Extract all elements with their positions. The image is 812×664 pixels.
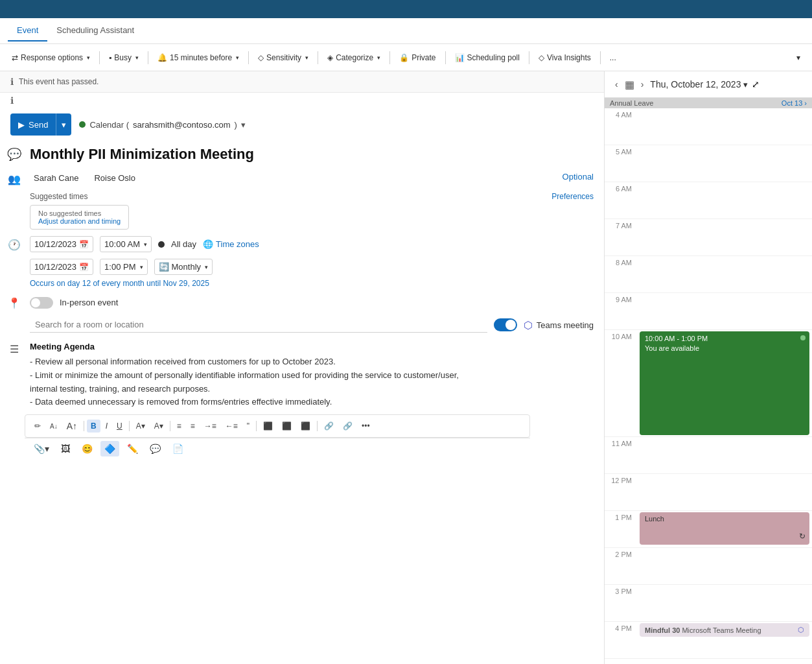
loop-btn[interactable]: 💬 <box>146 441 165 456</box>
annual-leave-date-link[interactable]: Oct 13 › <box>782 99 807 107</box>
time-label-1pm: 1 PM <box>605 511 637 524</box>
divider3 <box>248 51 249 64</box>
insert-emoji-btn[interactable]: 😊 <box>78 441 97 456</box>
cal-prev-btn[interactable]: ‹ <box>612 77 621 92</box>
meeting-title-input[interactable] <box>30 146 594 163</box>
format-clear-btn[interactable]: ✏ <box>30 420 45 433</box>
agenda-line-1: - Review all personal information receiv… <box>30 355 594 369</box>
forms-btn[interactable]: 🔷 <box>100 441 119 456</box>
time-label-4am: 4 AM <box>605 108 637 121</box>
format-font-decrease-btn[interactable]: A↓ <box>46 421 62 432</box>
top-bar <box>0 0 812 18</box>
no-suggested-box: No suggested times Adjust duration and t… <box>30 205 129 230</box>
format-more-btn[interactable]: ••• <box>358 420 374 433</box>
format-bold-btn[interactable]: B <box>87 420 100 433</box>
reminder-button[interactable]: 🔔 15 minutes before ▾ <box>152 51 244 65</box>
divider4 <box>318 51 318 64</box>
calendar-dropdown-icon[interactable]: ▾ <box>241 120 246 130</box>
agenda-text[interactable]: - Review all personal information receiv… <box>30 355 594 409</box>
expand-button[interactable]: ▾ <box>791 51 806 65</box>
format-numbered-btn[interactable]: ≡ <box>187 420 199 433</box>
draw-btn[interactable]: ✏️ <box>123 441 142 456</box>
mindful-event[interactable]: Mindful 30 Microsoft Teams Meeting ⬡ <box>640 623 809 637</box>
time-row-3pm: 3 PM <box>605 585 812 622</box>
content-btn[interactable]: 📄 <box>168 441 187 456</box>
time-row-1pm: 1 PM Lunch ↻ <box>605 511 812 548</box>
attach-file-btn[interactable]: 📎▾ <box>30 441 53 456</box>
reminder-icon: 🔔 <box>157 53 167 62</box>
timezone-link[interactable]: 🌐 Time zones <box>203 239 259 249</box>
viva-insights-button[interactable]: ◇ Viva Insights <box>533 51 596 65</box>
preferences-link[interactable]: Preferences <box>551 192 594 201</box>
format-color-btn[interactable]: A▾ <box>150 420 167 433</box>
sensitivity-button[interactable]: ◇ Sensitivity ▾ <box>253 51 314 65</box>
location-search-input[interactable] <box>30 317 487 333</box>
cal-expand-btn[interactable]: ⤢ <box>752 79 760 89</box>
end-date-field[interactable]: 10/12/2023 📅 <box>30 259 93 275</box>
mindful-event-name: Mindful 30 Microsoft Teams Meeting <box>645 626 761 634</box>
tab-event[interactable]: Event <box>8 20 47 42</box>
format-outdent-btn[interactable]: ←≡ <box>222 420 242 433</box>
private-button[interactable]: 🔒 Private <box>394 51 441 65</box>
format-highlight-btn[interactable]: A▾ <box>132 420 149 433</box>
tab-scheduling-assistant[interactable]: Scheduling Assistant <box>47 20 143 42</box>
format-align-right-btn[interactable]: ⬛ <box>297 420 314 433</box>
format-image-link-btn[interactable]: 🔗 <box>339 420 356 433</box>
poll-icon: 📊 <box>455 53 465 62</box>
toggle-knob <box>31 298 40 307</box>
slot-7am <box>637 219 812 255</box>
busy-button[interactable]: ▪ Busy ▾ <box>104 51 144 65</box>
recurrence-text: Occurs on day 12 of every month until No… <box>0 278 604 292</box>
lunch-event[interactable]: Lunch ↻ <box>640 512 809 545</box>
format-align-center-btn[interactable]: ⬛ <box>278 420 296 433</box>
time-label-8am: 8 AM <box>605 256 637 269</box>
title-icon: 💬 <box>5 147 23 161</box>
response-options-button[interactable]: ⇄ Response options ▾ <box>6 51 95 65</box>
more-options-button[interactable]: ... <box>605 51 621 65</box>
end-time-field[interactable]: 1:00 PM ▾ <box>100 259 147 275</box>
left-panel: ℹ This event has passed. ℹ ▶ Send ▾ Cale… <box>0 71 605 664</box>
format-underline-btn[interactable]: U <box>113 420 126 433</box>
time-row-11am: 11 AM <box>605 437 812 474</box>
format-quote-btn[interactable]: " <box>243 420 253 433</box>
format-font-increase-btn[interactable]: A↑ <box>63 419 81 433</box>
optional-link[interactable]: Optional <box>563 172 594 182</box>
in-person-label: In-person event <box>60 298 118 307</box>
calendar-field-icon: 📅 <box>79 240 89 249</box>
busy-icon: ▪ <box>109 53 111 62</box>
lunch-event-label: Lunch <box>645 515 664 523</box>
attendees-icon: 👥 <box>5 172 23 185</box>
slot-5am <box>637 145 812 182</box>
format-indent-btn[interactable]: →≡ <box>200 420 220 433</box>
time-label-5am: 5 AM <box>605 145 637 158</box>
scheduling-poll-button[interactable]: 📊 Scheduling poll <box>450 51 525 65</box>
start-time-chevron-icon: ▾ <box>144 241 147 248</box>
attendees-list: Sarah Cane Roise Oslo <box>30 172 556 184</box>
attendee-sarah[interactable]: Sarah Cane <box>30 172 82 184</box>
calendar-email: sarahsmith@contoso.com <box>133 120 230 130</box>
recurrence-field[interactable]: 🔄 Monthly ▾ <box>154 259 213 275</box>
fmt-divider3 <box>170 421 170 431</box>
categorize-button[interactable]: ◈ Categorize ▾ <box>322 51 386 65</box>
datetime-row1: 🕐 10/12/2023 📅 10:00 AM ▾ All day 🌐 Time… <box>0 232 604 256</box>
info-row2: ℹ <box>0 93 604 108</box>
send-button[interactable]: ▶ Send ▾ <box>10 113 71 136</box>
start-date-field[interactable]: 10/12/2023 📅 <box>30 236 93 252</box>
adjust-link[interactable]: Adjust duration and timing <box>38 217 121 225</box>
format-bullets-btn[interactable]: ≡ <box>173 420 185 433</box>
insert-image-btn[interactable]: 🖼 <box>57 441 74 456</box>
teams-toggle[interactable] <box>494 318 517 331</box>
in-person-toggle[interactable] <box>30 297 53 309</box>
start-time-field[interactable]: 10:00 AM ▾ <box>100 236 152 252</box>
time-label-11am: 11 AM <box>605 437 637 450</box>
slot-6am <box>637 182 812 219</box>
response-chevron-icon: ▾ <box>87 54 90 61</box>
morning-event[interactable]: 10:00 AM - 1:00 PM You are available <box>640 331 809 435</box>
format-italic-btn[interactable]: I <box>102 420 111 433</box>
cal-date-dropdown[interactable]: Thu, October 12, 2023 ▾ <box>650 79 748 89</box>
attendee-roise[interactable]: Roise Oslo <box>90 172 139 184</box>
format-align-left-btn[interactable]: ⬛ <box>259 420 277 433</box>
send-dropdown-icon[interactable]: ▾ <box>56 113 71 136</box>
format-link-btn[interactable]: 🔗 <box>320 420 338 433</box>
cal-next-btn[interactable]: › <box>638 77 647 92</box>
